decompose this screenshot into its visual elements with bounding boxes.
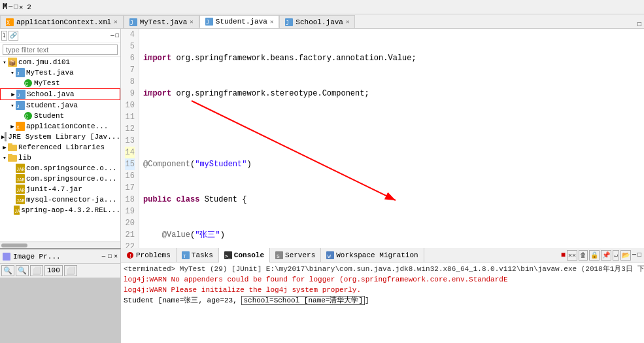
tree-item-student-class[interactable]: C Student [0, 111, 120, 121]
tree-item-school[interactable]: ▶ J School.java [0, 88, 120, 100]
code-line-5: import org.springframework.stereotype.Co… [143, 88, 640, 99]
line-num-15: 15 [125, 158, 135, 170]
zoom-out-icon[interactable]: 🔍 [16, 265, 29, 276]
workspace-label: 2 [27, 3, 31, 11]
tree-label-reflibrary: Referenced Libraries [18, 143, 105, 151]
java-icon3: J [285, 18, 293, 26]
jar-icon3: JAR [16, 185, 25, 194]
console-tab-bar: ! Problems T Tasks >_ Console S Servers … [121, 248, 644, 262]
expand-arrow4: ▶ [10, 91, 16, 98]
tab-close-icon3[interactable]: ✕ [270, 18, 273, 26]
console-icon: >_ [224, 251, 232, 259]
svg-text:C: C [25, 114, 29, 120]
svg-text:>_: >_ [225, 253, 231, 259]
class-icon: C [24, 79, 33, 88]
tree-item-mysql[interactable]: JAR mysql-connector-ja... [0, 194, 120, 205]
search-input[interactable] [3, 45, 118, 55]
package-icon: 📦 [8, 58, 17, 67]
tree-item-spring2[interactable]: JAR com.springsource.o... [0, 173, 120, 184]
tab-mytest[interactable]: J MyTest.java ✕ [124, 15, 199, 28]
expand-arrow7: ▶ [9, 123, 16, 130]
tree-label-springaop: spring-aop-4.3.2.REL... [21, 206, 120, 214]
tab-servers[interactable]: S Servers [270, 248, 321, 262]
tree-label-spring2: com.springsource.o... [26, 175, 117, 183]
tab-appcontext[interactable]: X applicationContext.xml ✕ [0, 15, 124, 28]
tree-label-appcontext: applicationConte... [26, 122, 108, 130]
tree-item-springaop[interactable]: JAR spring-aop-4.3.2.REL... [0, 205, 120, 215]
fit-icon[interactable]: ⬜ [30, 265, 43, 276]
tab-close-icon4[interactable]: ✕ [346, 18, 349, 26]
svg-text:J: J [17, 92, 20, 98]
svg-text:!: ! [129, 253, 132, 259]
tab-school-label: School.java [296, 18, 343, 26]
tree-item-mytest-class[interactable]: C MyTest [0, 78, 120, 88]
close-btn[interactable]: ✕ [19, 3, 23, 11]
console-remove-launch-btn[interactable]: ✕✕ [567, 250, 577, 261]
xml-icon: X [6, 18, 14, 26]
console-minimize-btn[interactable]: ─ [632, 251, 636, 259]
sidebar-toolbar: ⤵ 🔗 ─ □ [0, 29, 120, 43]
console-scroll-lock-btn[interactable]: 🔒 [589, 250, 600, 261]
line-num-10: 10 [125, 99, 135, 111]
minimize-btn[interactable]: ─ [8, 3, 12, 10]
zoom-in-icon[interactable]: 🔍 [1, 265, 14, 276]
svg-text:📦: 📦 [8, 59, 16, 67]
image-preview-maximize[interactable]: □ [108, 253, 111, 260]
console-warn2: log4j:WARN Please initialize the log4j s… [124, 285, 641, 295]
tree-item-com-jmu[interactable]: ▾ 📦 com.jmu.di01 [0, 57, 120, 67]
scrollbar-thumb[interactable] [1, 244, 27, 247]
collapse-all-icon[interactable]: ⤵ [1, 31, 7, 41]
svg-text:JAR: JAR [16, 177, 25, 183]
svg-text:J: J [286, 20, 289, 26]
code-line-8: public class Student { [143, 194, 640, 206]
tree-item-appcontext[interactable]: ▶ X applicationConte... [0, 121, 120, 132]
code-line-7: @Component("myStudent") [143, 158, 640, 170]
tab-student[interactable]: J Student.java ✕ [199, 15, 280, 28]
maximize-btn[interactable]: □ [14, 3, 18, 10]
tree-item-spring1[interactable]: JAR com.springsource.o... [0, 163, 120, 173]
sidebar-minimize-btn[interactable]: ─ [110, 33, 114, 39]
console-open-file-btn[interactable]: 📂 [620, 250, 631, 261]
console-maximize-btn[interactable]: □ [637, 251, 641, 259]
console-pin-btn[interactable]: 📌 [601, 250, 611, 261]
tree-item-reflibrary[interactable]: ▶ Referenced Libraries [0, 142, 120, 153]
console-word-wrap-btn[interactable]: ↵ [613, 250, 619, 261]
tab-tasks[interactable]: T Tasks [177, 248, 219, 262]
console-clear-btn[interactable]: 🗑 [579, 250, 588, 261]
zoom-reset-icon[interactable]: ⬜ [64, 265, 77, 276]
tree-item-junit[interactable]: JAR junit-4.7.jar [0, 184, 120, 194]
svg-text:J: J [16, 71, 20, 77]
image-preview-content [0, 278, 120, 343]
image-preview-close[interactable]: ✕ [114, 253, 118, 260]
svg-text:S: S [277, 253, 280, 259]
sidebar-maximize-btn[interactable]: □ [116, 33, 119, 39]
svg-rect-40 [3, 253, 10, 261]
tab-close-icon2[interactable]: ✕ [190, 18, 193, 26]
link-editor-icon[interactable]: 🔗 [8, 31, 18, 41]
expand-arrow9: ▶ [1, 144, 8, 151]
tree-item-student[interactable]: ▾ J Student.java [0, 100, 120, 111]
image-preview-minimize[interactable]: ─ [102, 253, 105, 260]
maximize-editor-btn[interactable]: □ [635, 21, 644, 28]
jar-icon2: JAR [16, 174, 25, 183]
tab-workspace-migration[interactable]: W Workspace Migration [321, 248, 424, 262]
svg-text:JAR: JAR [16, 167, 25, 172]
tree-label-mysql: mysql-connector-ja... [26, 196, 117, 204]
tree-item-mytest[interactable]: ▾ J MyTest.java [0, 67, 120, 78]
line-num-9: 9 [125, 88, 135, 99]
tab-close-icon[interactable]: ✕ [114, 18, 117, 26]
tree-item-jre[interactable]: ▶ JRE JRE System Library [Jav... [0, 132, 120, 142]
tab-school[interactable]: J School.java ✕ [279, 15, 355, 28]
sidebar-scrollbar-h[interactable] [0, 242, 120, 248]
tree-item-lib[interactable]: ▾ lib [0, 153, 120, 163]
console-tab-label: Console [234, 251, 264, 259]
console-terminate-btn[interactable]: ■ [561, 251, 566, 260]
svg-text:JAR: JAR [14, 209, 20, 214]
code-content[interactable]: import org.springframework.beans.factory… [139, 29, 644, 248]
tree-label-student-class: Student [34, 112, 64, 120]
svg-text:X: X [16, 124, 20, 130]
search-box [0, 43, 120, 57]
tab-problems[interactable]: ! Problems [121, 248, 177, 262]
tab-console[interactable]: >_ Console [219, 248, 270, 262]
code-editor[interactable]: 4 5 6 7 8 9 10 11 12 13 14 15 16 17 18 1… [121, 29, 644, 248]
